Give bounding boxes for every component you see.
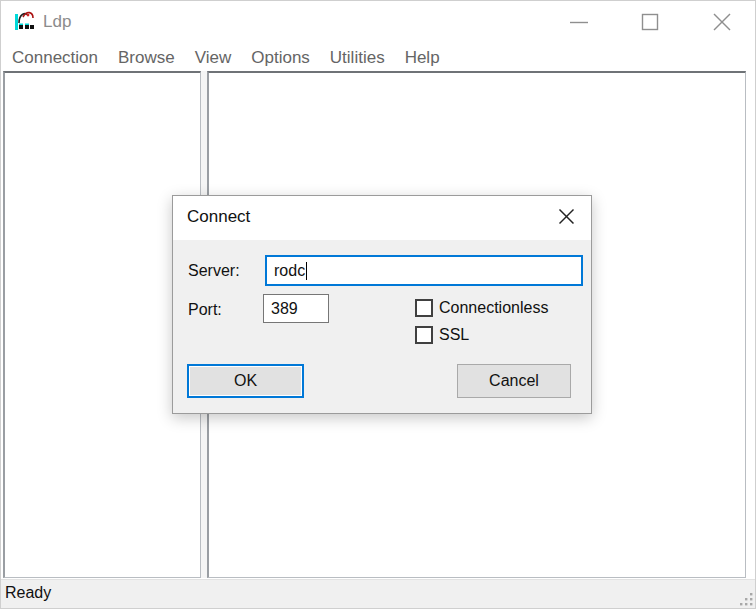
close-icon: [712, 12, 732, 32]
text-caret: [306, 262, 307, 280]
connectionless-checkbox-row: Connectionless: [415, 299, 548, 317]
minimize-icon: [569, 12, 589, 32]
close-icon: [558, 208, 575, 228]
ldp-window: Ldp Connection Browse View Options Util: [0, 0, 756, 609]
resize-grip-icon[interactable]: [738, 591, 754, 607]
ok-button[interactable]: OK: [187, 364, 304, 398]
connect-dialog-titlebar: Connect: [173, 196, 591, 240]
menu-item-help[interactable]: Help: [395, 45, 450, 71]
ldp-app-icon: [14, 8, 36, 32]
menubar: Connection Browse View Options Utilities…: [1, 45, 756, 71]
port-label: Port:: [188, 301, 222, 319]
maximize-button[interactable]: [630, 7, 670, 37]
connectionless-label: Connectionless: [439, 299, 548, 317]
close-button[interactable]: [702, 7, 742, 37]
minimize-button[interactable]: [559, 7, 599, 37]
server-label: Server:: [188, 262, 240, 280]
port-input[interactable]: 389: [263, 294, 329, 323]
statusbar: Ready: [1, 579, 756, 609]
ssl-label: SSL: [439, 326, 469, 344]
cancel-button[interactable]: Cancel: [457, 364, 571, 398]
maximize-icon: [641, 13, 659, 31]
connect-dialog-close-button[interactable]: [549, 203, 583, 233]
menu-item-view[interactable]: View: [185, 45, 242, 71]
server-input-value: rodc: [274, 262, 305, 280]
menu-item-utilities[interactable]: Utilities: [320, 45, 395, 71]
port-input-value: 389: [271, 300, 298, 318]
ssl-checkbox[interactable]: [415, 326, 433, 344]
connect-dialog-title: Connect: [187, 207, 250, 227]
status-text: Ready: [5, 584, 51, 602]
server-input[interactable]: rodc: [265, 255, 583, 286]
connectionless-checkbox[interactable]: [415, 299, 433, 317]
menu-item-options[interactable]: Options: [241, 45, 320, 71]
titlebar: Ldp: [1, 1, 756, 45]
connect-dialog: Connect Server: rodc Port: 389 Connectio…: [172, 195, 592, 414]
window-title: Ldp: [43, 12, 71, 32]
menu-item-browse[interactable]: Browse: [108, 45, 185, 71]
ssl-checkbox-row: SSL: [415, 326, 469, 344]
menu-item-connection[interactable]: Connection: [2, 45, 108, 71]
